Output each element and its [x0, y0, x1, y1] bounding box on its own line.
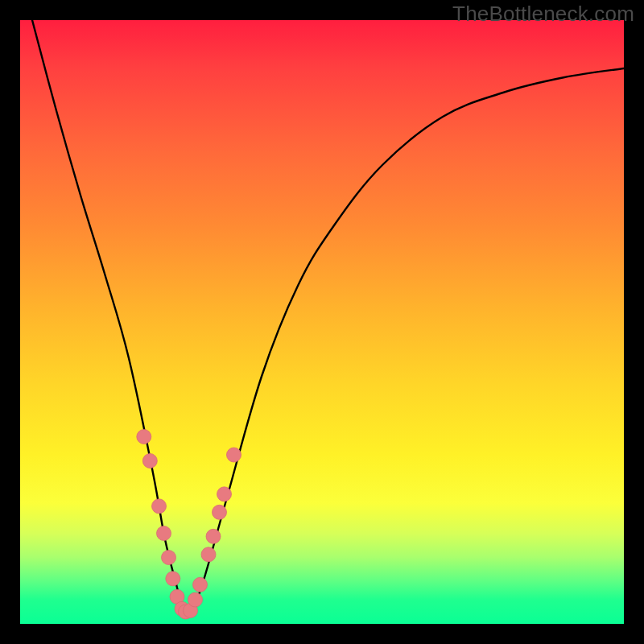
highlight-marker [201, 547, 216, 562]
highlight-marker [227, 448, 242, 462]
highlight-marker [157, 526, 171, 541]
chart-svg [20, 20, 624, 624]
highlight-marker [162, 551, 176, 565]
highlight-marker [188, 592, 203, 607]
marker-layer [137, 430, 242, 620]
highlight-marker [137, 430, 151, 444]
bottleneck-curve [32, 20, 624, 615]
watermark-text: TheBottleneck.com [452, 2, 634, 27]
curve-layer [32, 20, 624, 615]
highlight-marker [152, 499, 167, 514]
plot-area [20, 20, 624, 624]
highlight-marker [193, 577, 208, 592]
highlight-marker [206, 529, 221, 543]
highlight-marker [217, 487, 232, 502]
highlight-marker [166, 572, 180, 586]
highlight-marker [213, 505, 227, 519]
highlight-marker [142, 454, 157, 469]
